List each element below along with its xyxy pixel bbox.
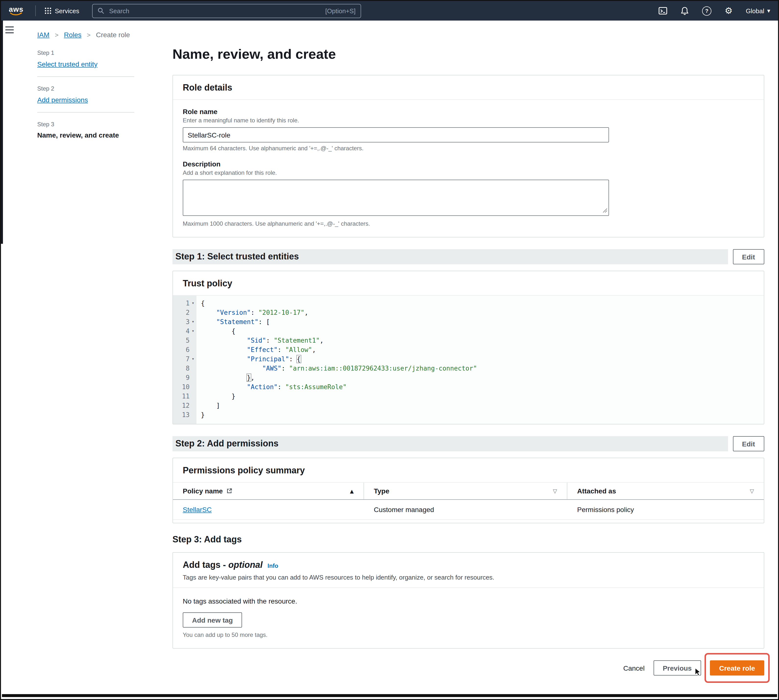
trust-policy-title: Trust policy	[183, 278, 232, 288]
nav-divider	[35, 5, 36, 16]
search-icon	[97, 7, 104, 14]
breadcrumb-current: Create role	[96, 31, 130, 39]
settings-button[interactable]: ⚙	[725, 7, 732, 15]
help-icon: ?	[705, 8, 709, 14]
no-tags-text: No tags associated with the resource.	[183, 597, 754, 605]
settings-gear-icon: ⚙	[725, 7, 732, 15]
role-name-input[interactable]	[183, 127, 609, 142]
steps-divider	[37, 112, 134, 113]
column-header-policy-name[interactable]: Policy name ▲	[173, 483, 364, 499]
trust-policy-gutter: 1▾23▾4▾567▾8910111213	[173, 296, 196, 424]
edit-permissions-button[interactable]: Edit	[733, 436, 764, 451]
filter-icon[interactable]: ▽	[750, 488, 754, 494]
role-details-title: Role details	[183, 83, 232, 93]
cancel-button[interactable]: Cancel	[623, 664, 645, 672]
step1-link[interactable]: Select trusted entity	[37, 60, 97, 68]
wizard-steps-nav: Step 1 Select trusted entity Step 2 Add …	[37, 50, 134, 139]
services-menu[interactable]: Services	[45, 7, 79, 15]
help-button[interactable]: ?	[702, 6, 711, 15]
step1-heading: Step 1: Select trusted entities	[172, 249, 728, 264]
tags-limit-text: You can add up to 50 more tags.	[183, 632, 754, 638]
attached-as-header-label: Attached as	[577, 487, 616, 495]
permissions-table-header: Policy name ▲ Type ▽ Attached as ▽	[173, 483, 764, 500]
edit-trusted-entities-button[interactable]: Edit	[733, 249, 764, 264]
aws-smile-icon	[10, 12, 23, 16]
policy-type-cell: Customer managed	[364, 500, 567, 519]
step1-section-header: Step 1: Select trusted entities Edit	[172, 249, 764, 264]
step2-section-header: Step 2: Add permissions Edit	[172, 436, 764, 451]
breadcrumb: IAM > Roles > Create role	[37, 31, 130, 39]
caret-down-icon: ▼	[767, 8, 770, 13]
search-shortcut-hint: [Option+S]	[325, 7, 356, 15]
breadcrumb-iam-link[interactable]: IAM	[37, 31, 50, 39]
external-link-icon	[226, 488, 232, 494]
filter-icon[interactable]: ▽	[553, 488, 557, 494]
role-name-hint: Enter a meaningful name to identify this…	[183, 117, 754, 124]
step2-link[interactable]: Add permissions	[37, 96, 88, 104]
hamburger-menu-icon[interactable]	[5, 27, 14, 35]
region-selector[interactable]: Global ▼	[746, 7, 770, 15]
permissions-summary-title: Permissions policy summary	[183, 465, 305, 475]
policy-name-link[interactable]: StellarSC	[183, 506, 212, 513]
main-content: Name, review, and create Role details Ro…	[172, 47, 764, 692]
breadcrumb-chevron-icon: >	[55, 31, 59, 38]
cloudshell-icon	[659, 7, 667, 15]
create-role-button[interactable]: Create role	[710, 660, 764, 675]
tags-description: Tags are key-value pairs that you can ad…	[183, 574, 754, 581]
sort-ascending-icon[interactable]: ▲	[350, 488, 354, 494]
global-search[interactable]: [Option+S]	[92, 4, 361, 18]
trust-policy-src: { "Version": "2012-10-17", "Statement": …	[196, 296, 764, 424]
breadcrumb-chevron-icon: >	[87, 31, 90, 38]
aws-logo[interactable]: aws	[9, 6, 23, 16]
description-textarea[interactable]	[183, 180, 609, 216]
nav-utilities: ? ⚙ Global ▼	[659, 6, 770, 15]
step3-label: Step 3	[37, 121, 134, 128]
step3-current: Name, review, and create	[37, 131, 134, 139]
steps-divider	[37, 77, 134, 77]
wizard-footer-actions: Cancel Previous Create role	[172, 660, 764, 692]
policy-name-header-label: Policy name	[183, 487, 223, 495]
previous-button[interactable]: Previous	[653, 660, 701, 675]
attached-as-cell: Permissions policy	[567, 500, 764, 519]
permissions-summary-card: Permissions policy summary Policy name ▲…	[172, 458, 764, 523]
services-label: Services	[55, 7, 79, 15]
table-row: StellarSC Customer managed Permissions p…	[173, 500, 764, 520]
trust-policy-code: 1▾23▾4▾567▾8910111213 { "Version": "2012…	[173, 296, 764, 424]
left-panel-edge	[1, 20, 3, 244]
role-name-label: Role name	[183, 108, 754, 115]
add-tags-title: Add tags - optional	[183, 560, 262, 570]
role-name-constraint: Maximum 64 characters. Use alphanumeric …	[183, 145, 754, 152]
search-input[interactable]	[108, 7, 321, 15]
breadcrumb-roles-link[interactable]: Roles	[64, 31, 82, 39]
trust-policy-card: Trust policy 1▾23▾4▾567▾8910111213 { "Ve…	[172, 271, 764, 424]
step1-label: Step 1	[37, 50, 134, 56]
step3-heading: Step 3: Add tags	[172, 535, 764, 545]
region-label: Global	[746, 7, 764, 15]
step2-heading: Step 2: Add permissions	[172, 436, 728, 451]
page-title: Name, review, and create	[172, 47, 764, 62]
info-link[interactable]: Info	[267, 562, 278, 569]
column-header-attached-as[interactable]: Attached as ▽	[567, 483, 764, 499]
top-navigation-bar: aws Services [Option+S]	[1, 1, 778, 20]
window-bottom-edge	[2, 694, 777, 697]
aws-console-window: aws Services [Option+S]	[0, 0, 779, 700]
add-new-tag-button[interactable]: Add new tag	[183, 612, 242, 628]
cloudshell-button[interactable]	[659, 7, 667, 15]
description-label: Description	[183, 160, 754, 168]
add-tags-card: Add tags - optional Info Tags are key-va…	[172, 552, 764, 648]
column-header-type[interactable]: Type ▽	[364, 483, 567, 499]
notifications-button[interactable]	[680, 7, 689, 15]
services-grid-icon	[45, 7, 52, 14]
aws-logo-text: aws	[9, 6, 23, 12]
notifications-bell-icon	[680, 7, 689, 15]
description-constraint: Maximum 1000 characters. Use alphanumeri…	[183, 220, 754, 227]
type-header-label: Type	[374, 487, 389, 495]
description-hint: Add a short explanation for this role.	[183, 169, 754, 176]
role-details-card: Role details Role name Enter a meaningfu…	[172, 75, 764, 237]
step2-label: Step 2	[37, 85, 134, 92]
